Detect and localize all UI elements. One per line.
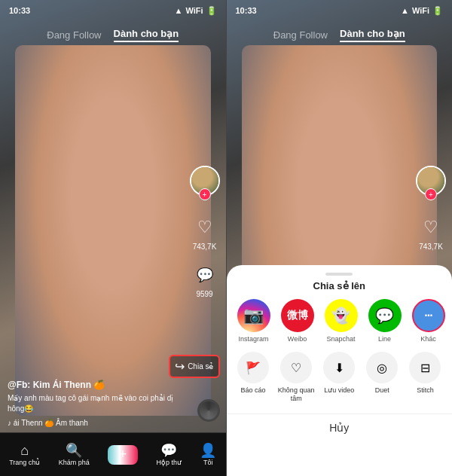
- video-username[interactable]: @Fb: Kim Ái Thenn 🍊: [8, 380, 181, 390]
- duet-label: Duet: [375, 386, 389, 395]
- wifi-icon-right: WiFi: [412, 6, 429, 15]
- report-icon: 🚩: [237, 352, 269, 383]
- tab-explore-label: Khám phá: [59, 459, 90, 466]
- share-app-weibo[interactable]: 微博 Weibo: [279, 299, 316, 343]
- music-disc: [197, 399, 220, 422]
- instagram-label: Instagram: [238, 335, 268, 343]
- status-bar: 10:33 ▲ WiFi 🔋: [0, 0, 226, 21]
- report-action[interactable]: 🚩 Báo cáo: [234, 352, 273, 403]
- weibo-icon: 微博: [281, 299, 314, 332]
- tab-profile[interactable]: 👤 Tôi: [200, 444, 216, 466]
- creator-avatar-container: +: [190, 166, 220, 196]
- top-nav-right: Đang Follow Dành cho bạn: [227, 21, 453, 48]
- video-info: @Fb: Kim Ái Thenn 🍊 Mấy anh màu tag cô g…: [8, 380, 181, 427]
- status-bar-right: 10:33 ▲ WiFi 🔋: [227, 0, 453, 21]
- signal-icon: ▲: [174, 6, 182, 15]
- video-description: Mấy anh màu tag cô gái mạnh mẽ vào coi p…: [8, 393, 181, 414]
- not-interested-label: Không quan tâm: [277, 386, 316, 403]
- like-button-right[interactable]: ♡ 743,7K: [417, 214, 444, 251]
- share-label: Chia sẻ: [188, 362, 213, 371]
- tab-bar: ⌂ Trang chủ 🔍 Khám phá + 💬 Hộp thư 👤 Tôi: [0, 432, 226, 476]
- not-interested-action[interactable]: ♡ Không quan tâm: [277, 352, 316, 403]
- share-arrow-icon: ↪: [175, 359, 185, 374]
- tab-create[interactable]: +: [108, 445, 138, 465]
- cancel-button[interactable]: Hủy: [227, 413, 453, 444]
- action-buttons: + ♡ 743,7K 💬 9599: [190, 166, 220, 298]
- tab-explore[interactable]: 🔍 Khám phá: [59, 444, 90, 466]
- save-video-action[interactable]: ⬇ Lưu video: [320, 352, 359, 403]
- weibo-label: Weibo: [288, 335, 307, 343]
- comment-icon: 💬: [191, 261, 218, 288]
- nav-tab-foryou[interactable]: Dành cho bạn: [114, 28, 179, 42]
- follow-plus-icon-right[interactable]: +: [425, 188, 437, 200]
- tab-home-label: Trang chủ: [9, 459, 40, 466]
- snapchat-icon: 👻: [325, 299, 358, 332]
- snapchat-label: Snapchat: [326, 335, 355, 343]
- sheet-title: Chia sẻ lên: [227, 280, 453, 291]
- share-box[interactable]: ↪ Chia sẻ: [169, 355, 219, 378]
- line-label: Line: [378, 335, 391, 343]
- comment-count: 9599: [196, 290, 212, 298]
- status-icons: ▲ WiFi 🔋: [174, 6, 216, 16]
- tab-home[interactable]: ⌂ Trang chủ: [9, 444, 40, 466]
- line-icon: 💬: [368, 299, 402, 332]
- nav-tab-following-right[interactable]: Đang Follow: [273, 29, 328, 41]
- wifi-icon: WiFi: [185, 6, 203, 15]
- share-apps-row: 📷 Instagram 微博 Weibo 👻 Snapchat: [227, 299, 453, 343]
- right-panel: 10:33 ▲ WiFi 🔋 Đang Follow Dành cho bạn …: [227, 0, 453, 476]
- share-app-snapchat[interactable]: 👻 Snapchat: [323, 299, 359, 343]
- report-label: Báo cáo: [241, 386, 266, 395]
- comment-button[interactable]: 💬 9599: [191, 261, 218, 298]
- left-panel: 10:33 ▲ WiFi 🔋 Đang Follow Dành cho bạn …: [0, 0, 226, 476]
- share-app-instagram[interactable]: 📷 Instagram: [236, 299, 272, 343]
- profile-icon: 👤: [200, 444, 216, 457]
- like-count-right: 743,7K: [419, 243, 443, 251]
- signal-icon-right: ▲: [401, 6, 409, 15]
- tab-inbox-label: Hộp thư: [156, 459, 182, 466]
- instagram-icon: 📷: [237, 299, 270, 332]
- share-bottom-sheet: Chia sẻ lên 📷 Instagram 微博 Weibo 👻: [227, 265, 453, 476]
- save-label: Lưu video: [324, 386, 354, 395]
- time-right: 10:33: [236, 6, 257, 15]
- sheet-actions: 🚩 Báo cáo ♡ Không quan tâm ⬇ Lưu video ◎…: [227, 352, 453, 403]
- not-interested-icon: ♡: [280, 352, 312, 383]
- search-icon: 🔍: [66, 444, 82, 457]
- home-icon: ⌂: [20, 444, 29, 457]
- video-music[interactable]: ♪ ái Thenn 🍊 Âm thanh: [8, 419, 181, 427]
- tab-profile-label: Tôi: [203, 459, 213, 466]
- share-app-line[interactable]: 💬 Line: [367, 299, 403, 343]
- battery-icon: 🔋: [206, 6, 217, 16]
- sheet-handle: [325, 273, 353, 276]
- follow-plus-icon[interactable]: +: [199, 188, 211, 200]
- duet-icon: ◎: [366, 352, 398, 383]
- like-button[interactable]: ♡ 743,7K: [191, 214, 218, 251]
- nav-tab-following[interactable]: Đang Follow: [47, 29, 101, 41]
- create-icon: +: [119, 447, 127, 462]
- stitch-icon: ⊟: [409, 352, 441, 383]
- share-app-khac[interactable]: ··· Khác: [411, 299, 447, 343]
- heart-icon-right: ♡: [417, 214, 444, 241]
- battery-icon-right: 🔋: [432, 6, 443, 16]
- khac-label: Khác: [420, 335, 436, 343]
- stitch-action[interactable]: ⊟ Stitch: [406, 352, 444, 403]
- action-buttons-right: + ♡ 743,7K: [416, 166, 446, 251]
- heart-icon: ♡: [191, 214, 218, 241]
- status-icons-right: ▲ WiFi 🔋: [401, 6, 443, 16]
- khac-icon: ···: [412, 299, 445, 332]
- like-count: 743,7K: [193, 243, 217, 251]
- stitch-label: Stitch: [417, 386, 434, 395]
- creator-avatar-container-right: +: [416, 166, 446, 196]
- share-button-area: ↪ Chia sẻ: [169, 355, 219, 378]
- nav-tab-foryou-right[interactable]: Dành cho bạn: [340, 28, 405, 42]
- tab-inbox[interactable]: 💬 Hộp thư: [156, 444, 182, 466]
- duet-action[interactable]: ◎ Duet: [363, 352, 402, 403]
- time: 10:33: [9, 6, 30, 15]
- inbox-icon: 💬: [160, 444, 177, 457]
- top-nav: Đang Follow Dành cho bạn: [0, 21, 226, 48]
- save-icon: ⬇: [323, 352, 355, 383]
